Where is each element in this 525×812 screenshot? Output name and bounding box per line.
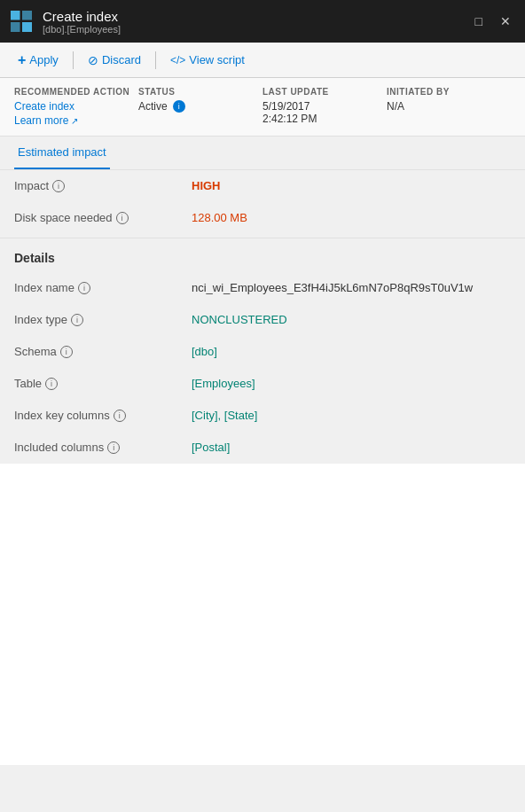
detail-value-0: nci_wi_Employees_E3fH4iJ5kL6mN7oP8qR9sT0… [192, 281, 511, 294]
svg-rect-1 [22, 11, 32, 20]
col4-header: INITIATED BY [387, 87, 511, 97]
detail-row-4: Index key columnsi[City], [State] [0, 400, 525, 432]
app-icon [9, 9, 34, 34]
details-title: Details [0, 238, 525, 272]
detail-label-1: Index typei [14, 313, 192, 326]
toolbar: + Apply ⊘ Discard </> View script [0, 43, 525, 78]
window-subtitle: [dbo].[Employees] [43, 24, 121, 35]
detail-info-icon-5: i [107, 441, 120, 454]
disk-value: 128.00 MB [192, 211, 511, 224]
col1-header: RECOMMENDED ACTION [14, 87, 138, 97]
detail-row-5: Included columnsi[Postal] [0, 432, 525, 464]
detail-info-icon-1: i [71, 314, 83, 326]
detail-label-2: Schemai [14, 345, 192, 358]
status-row: Active i [138, 100, 262, 113]
rec-col-1: RECOMMENDED ACTION Create index Learn mo… [14, 87, 138, 127]
minimize-button[interactable]: □ [470, 12, 488, 30]
detail-value-1: NONCLUSTERED [192, 313, 511, 326]
details-rows: Index nameinci_wi_Employees_E3fH4iJ5kL6m… [0, 272, 525, 464]
rec-col-2: STATUS Active i [138, 87, 262, 127]
disk-label: Disk space needed i [14, 211, 192, 224]
detail-label-0: Index namei [14, 281, 192, 294]
disk-space-row: Disk space needed i 128.00 MB [0, 202, 525, 234]
detail-row-2: Schemai[dbo] [0, 336, 525, 368]
discard-label: Discard [102, 53, 141, 66]
svg-rect-3 [22, 22, 32, 32]
detail-value-4: [City], [State] [192, 409, 511, 422]
last-update-date: 5/19/2017 [262, 100, 387, 113]
rec-col-3: LAST UPDATE 5/19/2017 2:42:12 PM [262, 87, 387, 127]
viewscript-label: View script [189, 53, 245, 66]
detail-label-4: Index key columnsi [14, 409, 192, 422]
disk-info-icon: i [116, 212, 129, 224]
learn-more-text: Learn more [14, 114, 68, 127]
impact-row: Impact i HIGH [0, 170, 525, 202]
detail-row-3: Tablei[Employees] [0, 368, 525, 400]
impact-info-icon: i [52, 180, 65, 192]
impact-label: Impact i [14, 179, 192, 192]
detail-label-5: Included columnsi [14, 441, 192, 454]
svg-rect-2 [11, 22, 20, 32]
detail-row-1: Index typeiNONCLUSTERED [0, 304, 525, 336]
title-text: Create index [dbo].[Employees] [43, 9, 121, 35]
detail-value-3: [Employees] [192, 377, 511, 390]
title-bar-left: Create index [dbo].[Employees] [9, 9, 121, 35]
plus-icon: + [18, 52, 26, 68]
detail-row-0: Index nameinci_wi_Employees_E3fH4iJ5kL6m… [0, 272, 525, 304]
detail-label-3: Tablei [14, 377, 192, 390]
create-index-link[interactable]: Create index [14, 100, 138, 113]
tab-estimated-impact[interactable]: Estimated impact [14, 137, 110, 169]
code-icon: </> [170, 54, 185, 66]
col2-header: STATUS [138, 87, 262, 97]
window-title: Create index [43, 9, 121, 24]
last-update-time: 2:42:12 PM [262, 113, 387, 125]
apply-button[interactable]: + Apply [11, 49, 66, 72]
status-value: Active [138, 100, 168, 113]
tabs-bar: Estimated impact [0, 137, 525, 170]
svg-rect-0 [11, 11, 20, 20]
initiated-by-value: N/A [387, 100, 511, 113]
external-link-icon: ↗ [71, 116, 78, 126]
close-button[interactable]: ✕ [495, 12, 516, 30]
detail-value-5: [Postal] [192, 441, 511, 454]
viewscript-button[interactable]: </> View script [163, 50, 252, 70]
title-controls: □ ✕ [470, 12, 516, 30]
rec-col-4: INITIATED BY N/A [387, 87, 511, 127]
detail-info-icon-3: i [45, 378, 58, 390]
toolbar-separator-1 [73, 51, 74, 69]
title-bar: Create index [dbo].[Employees] □ ✕ [0, 0, 525, 43]
impact-value: HIGH [192, 179, 511, 192]
col3-header: LAST UPDATE [262, 87, 387, 97]
detail-info-icon-4: i [114, 410, 126, 422]
toolbar-separator-2 [155, 51, 156, 69]
discard-button[interactable]: ⊘ Discard [81, 50, 148, 71]
detail-info-icon-0: i [78, 282, 90, 294]
detail-value-2: [dbo] [192, 345, 511, 358]
learn-more-link[interactable]: Learn more ↗ [14, 114, 138, 127]
empty-space [0, 464, 525, 765]
detail-info-icon-2: i [60, 346, 73, 358]
ban-icon: ⊘ [88, 53, 98, 67]
apply-label: Apply [29, 53, 59, 66]
status-info-icon: i [173, 100, 185, 113]
recommendation-header: RECOMMENDED ACTION Create index Learn mo… [0, 78, 525, 137]
